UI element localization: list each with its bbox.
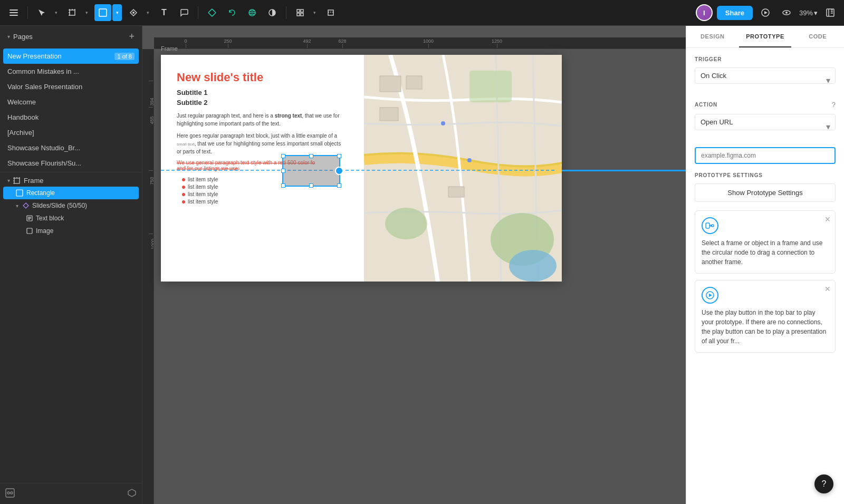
action-select-wrapper: Open URL Navigate To Scroll To Back [695, 114, 836, 139]
shape-tool-chevron[interactable]: ▾ [112, 4, 122, 21]
ruler-tick [342, 44, 343, 48]
sep1 [27, 6, 28, 19]
contrast-tool[interactable] [264, 4, 281, 21]
shape-tool[interactable] [94, 4, 111, 21]
handle-ml[interactable] [281, 169, 285, 173]
slide-title: New slide's title [177, 71, 546, 84]
svg-point-59 [712, 225, 714, 227]
ruler-tick [428, 44, 429, 48]
frame-tool-group: ▾ [64, 4, 91, 21]
pen-tool-chevron[interactable]: ▾ [143, 4, 152, 21]
layer-item-slides-slide[interactable]: ▾ Slides/Slide (50/50) [0, 199, 142, 212]
frame-tool-chevron[interactable]: ▾ [82, 4, 91, 21]
component-tool[interactable] [204, 4, 220, 21]
hint-close-1[interactable]: ✕ [824, 215, 831, 224]
toolbar: ▾ ▾ ▾ [0, 0, 844, 26]
undo-tool[interactable] [224, 4, 241, 21]
pages-header: ▾ Pages + [0, 26, 142, 47]
slide-content: New slide's title Subtitle 1 Subtitle 2 … [161, 55, 562, 282]
pen-tool-group: ▾ [125, 4, 152, 21]
svg-rect-18 [297, 13, 300, 16]
layer-item-text-block[interactable]: Text block [0, 212, 142, 225]
url-input[interactable] [695, 147, 836, 164]
menu-icon[interactable] [5, 4, 22, 21]
svg-rect-16 [297, 9, 300, 12]
frame-section[interactable]: ▾ Frame [0, 172, 142, 187]
slide-frame[interactable]: New slide's title Subtitle 1 Subtitle 2 … [161, 55, 562, 282]
slides-chevron: ▾ [16, 203, 18, 209]
connection-node[interactable] [335, 167, 343, 175]
handle-br[interactable] [337, 183, 341, 188]
right-panel-body: TRIGGER On Click On Hover After Delay AC… [686, 48, 844, 504]
layer-item-rectangle[interactable]: Rectangle [3, 187, 139, 199]
handle-bl[interactable] [281, 183, 285, 188]
action-help-icon[interactable]: ? [832, 101, 836, 109]
play-button[interactable] [757, 4, 774, 21]
svg-point-11 [132, 12, 135, 14]
comment-tool[interactable] [176, 4, 193, 21]
handle-tr[interactable] [337, 154, 341, 158]
hint-text-play: Use the play button in the top bar to pl… [702, 308, 829, 346]
page-item-showcase-flourish[interactable]: Showcase Flourish/Su... [0, 156, 142, 171]
layers-panel: ▾ Frame Rectangle ▾ [0, 172, 142, 483]
hint-close-2[interactable]: ✕ [824, 285, 831, 293]
list-item-1: list item style [182, 177, 546, 182]
grid-tool[interactable] [244, 4, 261, 21]
ruler-label-0: 0 [184, 38, 187, 44]
layer-item-image[interactable]: Image [0, 225, 142, 237]
add-page-button[interactable]: + [129, 31, 135, 42]
ruler-vtick [149, 234, 153, 234]
toolbar-right: I Share 39% ▾ [696, 4, 839, 21]
ruler-label-492: 492 [303, 38, 311, 44]
layers-tool-chevron[interactable]: ▾ [310, 4, 319, 21]
move-tool-chevron[interactable]: ▾ [51, 4, 61, 21]
svg-rect-12 [208, 9, 216, 16]
page-item-archive[interactable]: [Archive] [0, 125, 142, 140]
rect-selection[interactable] [282, 155, 340, 187]
page-item-valor-sales[interactable]: Valor Sales Presentation [0, 79, 142, 94]
layers-tool[interactable] [292, 4, 309, 21]
rectangle-layer-icon [16, 189, 23, 197]
page-item-handbook[interactable]: Handbook [0, 110, 142, 125]
image-layer-icon [26, 228, 33, 234]
text-tool[interactable]: T [156, 4, 172, 21]
list-items: list item style list item style list ite… [182, 177, 546, 205]
page-item-showcase-nstudio[interactable]: Showcase Nstudio_Br... [0, 140, 142, 156]
tab-design[interactable]: DESIGN [686, 26, 739, 47]
action-row: ACTION ? [695, 101, 836, 109]
frame-tool[interactable] [64, 4, 81, 21]
library-button[interactable] [822, 4, 839, 21]
zoom-control[interactable]: 39% ▾ [799, 9, 818, 17]
sep2 [198, 6, 198, 19]
handle-bc[interactable] [309, 183, 313, 188]
right-panel-tabs: DESIGN PROTOTYPE CODE [686, 26, 844, 48]
share-button[interactable]: Share [717, 6, 753, 20]
ruler-vlabel-1000: 1000 [150, 239, 154, 249]
crop-tool[interactable] [322, 4, 339, 21]
show-prototype-settings-button[interactable]: Show Prototype Settings [695, 183, 836, 202]
ruler-label-628: 628 [338, 38, 346, 44]
move-tool[interactable] [33, 4, 50, 21]
ruler-label-1250: 1250 [492, 38, 502, 44]
page-item-welcome[interactable]: Welcome [0, 94, 142, 110]
page-item-common-mistakes[interactable]: Common Mistakes in ... [0, 64, 142, 79]
ruler-vlabel-455: 455 [149, 116, 154, 124]
community-icon[interactable] [5, 488, 15, 499]
svg-rect-37 [16, 190, 23, 196]
handle-tl[interactable] [281, 154, 285, 158]
trigger-select[interactable]: On Click On Hover After Delay [695, 67, 836, 84]
proto-settings-label: PROTOTYPE SETTINGS [695, 172, 836, 178]
pen-tool[interactable] [125, 4, 142, 21]
action-select[interactable]: Open URL Navigate To Scroll To Back [695, 114, 836, 130]
ruler-label-1000: 1000 [423, 38, 434, 44]
tab-prototype[interactable]: PROTOTYPE [739, 26, 792, 47]
help-fab[interactable]: ? [814, 474, 833, 493]
page-item-new-presentation[interactable]: New Presentation 1 of 8 [3, 49, 139, 64]
preview-button[interactable] [778, 4, 795, 21]
right-panel: DESIGN PROTOTYPE CODE TRIGGER On Click O… [686, 26, 844, 504]
tab-code[interactable]: CODE [791, 26, 844, 47]
handle-tc[interactable] [309, 154, 313, 158]
svg-point-45 [11, 492, 13, 494]
plugins-icon[interactable] [127, 488, 137, 499]
canvas-area[interactable]: 0 250 492 628 1000 1250 394 455 750 1000… [142, 26, 686, 504]
